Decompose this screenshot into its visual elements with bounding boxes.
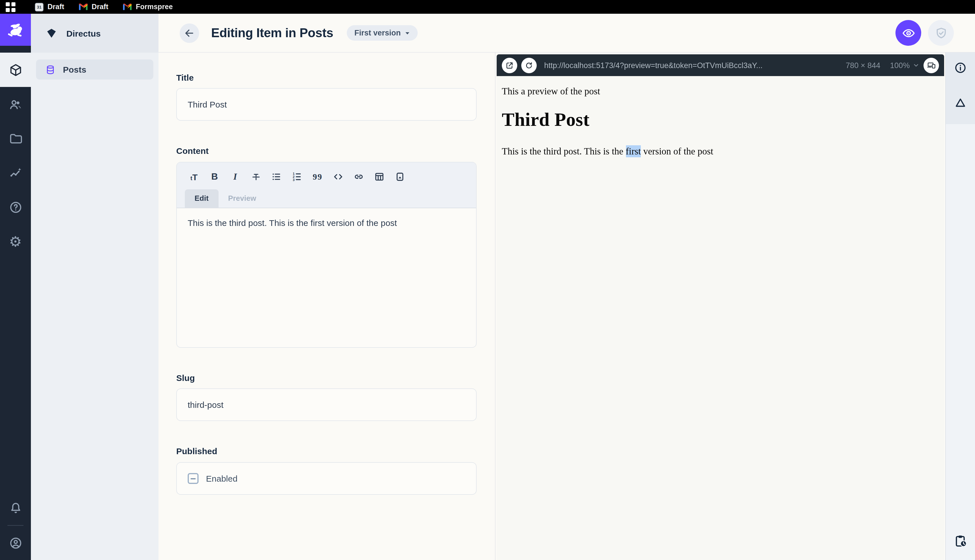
- numbered-list-button[interactable]: 1 2 3: [288, 168, 306, 185]
- bold-icon: B: [211, 172, 218, 182]
- folder-icon: [8, 131, 23, 146]
- editor-toolbar: tT B I: [185, 168, 468, 185]
- info-sidebar-button[interactable]: [945, 53, 975, 82]
- gmail-icon: [123, 3, 132, 10]
- module-files[interactable]: [0, 121, 31, 156]
- refresh-button[interactable]: [521, 57, 537, 73]
- devices-icon: [927, 61, 936, 70]
- code-icon: [332, 171, 344, 182]
- help-icon: [8, 200, 23, 214]
- revisions-sidebar-button[interactable]: [946, 526, 975, 556]
- chevron-down-icon: [913, 62, 920, 68]
- version-dropdown[interactable]: First version: [347, 25, 418, 41]
- module-bar: ⚙: [0, 14, 31, 560]
- browser-topbar: 31 Draft Draft Formspree: [0, 0, 975, 14]
- link-button[interactable]: [350, 168, 368, 185]
- slug-value: third-post: [188, 400, 223, 410]
- project-name: Directus: [67, 28, 101, 38]
- sidebar-item-posts[interactable]: Posts: [36, 60, 153, 80]
- page-title: Editing Item in Posts: [211, 25, 333, 40]
- published-field-label: Published: [176, 446, 477, 456]
- pinned-tab-draft-2[interactable]: Draft: [75, 3, 112, 11]
- tab-label: Draft: [47, 3, 64, 11]
- pinned-tab-formspree[interactable]: Formspree: [120, 3, 176, 11]
- tab-edit[interactable]: Edit: [185, 189, 218, 208]
- link-icon: [353, 171, 365, 182]
- module-content[interactable]: [0, 53, 31, 87]
- selection-highlight: first: [626, 145, 641, 157]
- bold-button[interactable]: B: [205, 168, 224, 185]
- heading-icon: tT: [190, 172, 197, 182]
- refresh-icon: [525, 61, 533, 70]
- nav-sidebar: Directus Posts: [31, 14, 158, 560]
- slug-input[interactable]: third-post: [176, 388, 477, 421]
- published-checkbox[interactable]: [188, 473, 198, 484]
- strikethrough-button[interactable]: [247, 168, 265, 185]
- table-icon: [373, 171, 385, 182]
- editor-tabs: Edit Preview: [185, 189, 468, 208]
- preview-url[interactable]: http://localhost:5173/4?preview=true&tok…: [544, 61, 834, 70]
- title-input[interactable]: Third Post: [176, 88, 477, 121]
- title-value: Third Post: [188, 100, 227, 109]
- tab-label: Formspree: [136, 3, 173, 11]
- content-textarea[interactable]: This is the third post. This is the firs…: [177, 208, 476, 347]
- open-in-new-button[interactable]: [502, 57, 517, 73]
- database-icon: [45, 64, 55, 75]
- published-field: Enabled: [176, 462, 477, 495]
- rabbit-icon: [6, 20, 25, 40]
- content-field-label: Content: [176, 146, 477, 156]
- code-button[interactable]: [329, 168, 347, 185]
- clipboard-clock-icon: [953, 534, 967, 548]
- directus-logo[interactable]: [0, 14, 31, 46]
- bullet-list-button[interactable]: [267, 168, 285, 185]
- module-help[interactable]: [0, 190, 31, 224]
- module-users[interactable]: [0, 87, 31, 121]
- paragraph-text: This is the third post. This is the: [502, 146, 626, 157]
- app-grid-icon[interactable]: [6, 2, 15, 12]
- tab-label: Draft: [92, 3, 108, 11]
- right-sidebar: [945, 53, 975, 560]
- account-button[interactable]: [0, 526, 31, 560]
- pinned-tab-draft-1[interactable]: 31 Draft: [32, 3, 68, 11]
- app-root: 31 Draft Draft Formspree: [0, 0, 975, 560]
- preview-post-heading: Third Post: [502, 109, 937, 130]
- open-in-new-icon: [505, 61, 514, 70]
- project-diamond-icon: [46, 27, 57, 39]
- info-icon: [954, 61, 967, 74]
- back-button[interactable]: [180, 23, 199, 43]
- people-icon: [8, 97, 23, 111]
- module-insights[interactable]: [0, 156, 31, 190]
- numbered-list-icon: 1 2 3: [291, 171, 303, 182]
- tab-preview[interactable]: Preview: [218, 189, 266, 208]
- zoom-level: 100%: [890, 61, 910, 70]
- preview-post-paragraph: This is the third post. This is the firs…: [502, 146, 937, 157]
- table-button[interactable]: [370, 168, 388, 185]
- account-icon: [8, 536, 23, 550]
- image-icon: [394, 171, 406, 182]
- module-settings[interactable]: ⚙: [0, 224, 31, 258]
- live-preview-pane: http://localhost:5173/4?preview=true&tok…: [495, 53, 945, 560]
- notifications-button[interactable]: [0, 491, 31, 525]
- indeterminate-dash-icon: [190, 478, 196, 479]
- live-preview-button[interactable]: [895, 20, 921, 46]
- image-button[interactable]: [391, 168, 409, 185]
- strikethrough-icon: [250, 171, 261, 182]
- svg-text:3: 3: [293, 178, 295, 182]
- insights-icon: [8, 166, 23, 180]
- italic-button[interactable]: I: [226, 168, 244, 185]
- preview-dimensions: 780 × 844: [846, 61, 880, 70]
- preview-iframe-content: This a preview of the post Third Post Th…: [497, 76, 944, 560]
- preview-toolbar: http://localhost:5173/4?preview=true&tok…: [497, 54, 944, 76]
- warning-sidebar-button[interactable]: [945, 88, 975, 117]
- paragraph-text: version of the post: [641, 146, 713, 157]
- project-switcher[interactable]: Directus: [31, 14, 158, 53]
- responsive-devices-button[interactable]: [923, 57, 939, 73]
- bullet-list-icon: [271, 171, 282, 182]
- blockquote-button[interactable]: 99: [308, 168, 327, 185]
- save-button[interactable]: [928, 20, 954, 46]
- heading-button[interactable]: tT: [185, 168, 203, 185]
- page-header: Editing Item in Posts First version: [158, 14, 975, 53]
- shield-check-icon: [934, 26, 948, 40]
- preview-zoom-dropdown[interactable]: 100%: [890, 61, 920, 70]
- version-label: First version: [355, 28, 401, 37]
